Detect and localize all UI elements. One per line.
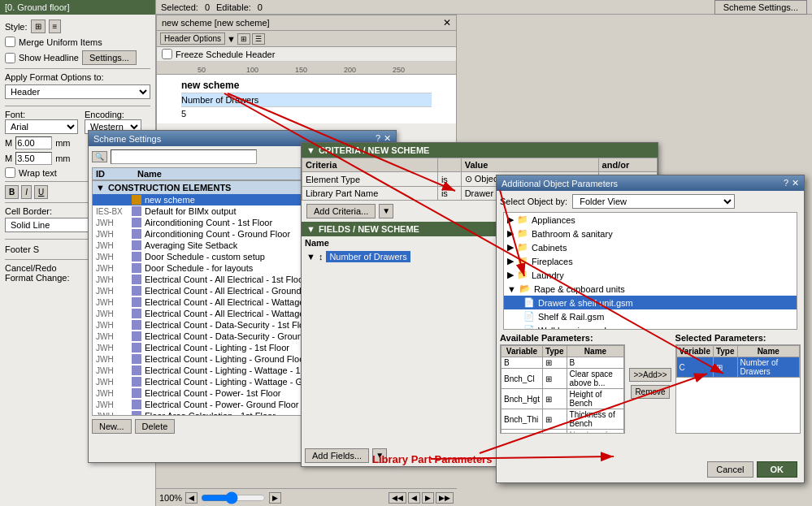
item-color-17 — [132, 388, 141, 398]
bold-btn[interactable]: B — [5, 185, 19, 199]
item-color-16 — [132, 377, 141, 387]
ruler-mark-250: 250 — [393, 66, 405, 74]
folder-fireplaces[interactable]: ▶ 📁 Fireplaces — [504, 254, 797, 268]
schedule-table-content: new scheme Number of Drawers 5 — [157, 75, 456, 123]
ok-params-btn[interactable]: OK — [757, 461, 798, 478]
freeze-checkbox[interactable] — [162, 49, 172, 59]
wrap-text-checkbox[interactable] — [5, 167, 15, 178]
avail-row-0[interactable]: B ⊞ B — [502, 357, 624, 369]
show-headline-checkbox[interactable] — [5, 53, 15, 63]
zoom-decrease-btn[interactable]: ◀ — [185, 492, 198, 504]
toolbar-icon-2[interactable]: ☰ — [252, 33, 265, 45]
ruler-mark-100: 100 — [246, 66, 258, 74]
nav-btn-3[interactable]: ▶ — [422, 492, 434, 504]
margin2-input[interactable] — [15, 152, 52, 165]
add-params-close-icon[interactable]: ✕ — [792, 178, 799, 188]
merge-uniform-checkbox[interactable] — [5, 37, 15, 47]
freeze-label: Freeze Schedule Header — [176, 50, 275, 59]
underline-btn[interactable]: U — [34, 185, 48, 199]
add-criteria-btn[interactable]: Add Criteria... — [306, 204, 376, 218]
folder-bathroom[interactable]: ▶ 📁 Bathroom & sanitary — [504, 227, 797, 240]
criteria-dropdown-arrow[interactable]: ▼ — [379, 204, 393, 218]
folder-icon-4: 📁 — [517, 270, 528, 280]
app-title-bar: [0. Ground floor] — [0, 0, 155, 15]
zoom-slider[interactable] — [201, 491, 266, 504]
item-id-4: JWH — [96, 241, 128, 250]
remove-param-btn[interactable]: Remove — [631, 385, 669, 399]
folder-cabinets[interactable]: ▶ 📁 Cabinets — [504, 240, 797, 254]
item-id-13: JWH — [96, 344, 128, 352]
item-id-9: JWH — [96, 298, 128, 307]
folder-view-select[interactable]: Folder View — [572, 194, 735, 209]
new-scheme-btn[interactable]: New... — [92, 419, 132, 434]
margin-input[interactable] — [15, 136, 52, 149]
folder-laundry[interactable]: ▶ 📁 Laundry — [504, 268, 797, 282]
nav-btn-2[interactable]: ◀ — [408, 492, 420, 504]
font-label: Font: — [5, 110, 25, 119]
folder-icon-6: 📄 — [523, 297, 535, 308]
add-params-help-icon[interactable]: ? — [784, 178, 788, 188]
schedule-bottom: 100% ◀ ▶ ◀◀ ◀ ▶ ▶▶ — [156, 488, 457, 506]
italic-btn[interactable]: I — [21, 185, 32, 199]
margin2-mm-label: mm — [55, 154, 70, 163]
item-color-10 — [132, 309, 141, 318]
settings-btn[interactable]: Settings... — [82, 50, 137, 65]
item-color-6 — [132, 263, 141, 273]
folder-expand-icon-1: ▶ — [507, 228, 514, 239]
folder-shelf-rail[interactable]: 📄 Shelf & Rail.gsm — [504, 309, 797, 323]
schedule-data-row: 5 — [181, 107, 432, 120]
available-params-title: Available Parameters: — [500, 333, 625, 343]
item-name-17: Electrical Count - Power- 1st Floor — [145, 388, 281, 398]
field-sort-icon: ↕ — [319, 252, 323, 262]
item-color-2 — [132, 218, 141, 227]
header-options-btn[interactable]: Header Options — [160, 32, 225, 45]
avail-name-4: Number of Drawers — [567, 430, 624, 435]
scheme-settings-top-btn[interactable]: Scheme Settings... — [714, 0, 807, 15]
field-name: Number of Drawers — [326, 251, 410, 262]
folder-expand-icon-2: ▶ — [507, 242, 514, 253]
scheme-search-input[interactable] — [111, 149, 257, 164]
zoom-increase-btn[interactable]: ▶ — [269, 492, 281, 504]
criteria-expand-icon[interactable]: ▼ — [306, 145, 315, 155]
toolbar-icon-1[interactable]: ⊞ — [237, 33, 250, 45]
avail-row-2[interactable]: Bnch_Hgt ⊞ Height of Bench — [502, 389, 624, 409]
col-name: Name — [137, 169, 162, 179]
sel-col-var: Variable — [676, 346, 713, 357]
criteria-col-value: Value — [461, 158, 598, 172]
delete-scheme-btn[interactable]: Delete — [135, 419, 176, 434]
criteria-col-andor: and/or — [598, 158, 657, 172]
selected-params-section: Selected Parameters: Variable Type Name — [675, 333, 801, 434]
cancel-params-btn[interactable]: Cancel — [707, 461, 753, 478]
folder-wall-rack[interactable]: 📄 Wall hanging rack.gsm — [504, 323, 797, 330]
font-select[interactable]: Arial — [5, 119, 78, 134]
sel-row-0[interactable]: C ⊞ Number of Drawers — [676, 357, 799, 378]
add-fields-btn[interactable]: Add Fields... — [305, 448, 369, 463]
app-title: [0. Ground floor] — [5, 2, 70, 12]
style-list-btn[interactable]: ≡ — [49, 19, 62, 33]
folder-rape-cupboard[interactable]: ▼ 📂 Rape & cupboard units — [504, 282, 797, 296]
avail-row-4[interactable]: C ⊞ Number of Drawers — [502, 430, 624, 435]
item-id-18: JWH — [96, 400, 128, 409]
folder-appliances[interactable]: ▶ 📁 Appliances — [504, 213, 797, 227]
schedule-close-icon[interactable]: ✕ — [443, 17, 451, 28]
sel-name-0: Number of Drawers — [737, 357, 799, 378]
nav-btn-1[interactable]: ◀◀ — [389, 492, 406, 504]
scheme-search-icon-btn[interactable]: 🔍 — [92, 151, 107, 162]
expand-construction-icon[interactable]: ▼ — [96, 183, 105, 192]
style-grid-btn[interactable]: ⊞ — [31, 19, 46, 33]
selected-params-title: Selected Parameters: — [675, 333, 801, 343]
nav-btn-4[interactable]: ▶▶ — [436, 492, 454, 504]
avail-row-1[interactable]: Bnch_Cl ⊞ Clear space above b... — [502, 369, 624, 389]
schedule-area: new scheme [new scheme] ✕ Header Options… — [156, 15, 457, 145]
item-color-19 — [132, 411, 141, 416]
item-color-5 — [132, 252, 141, 262]
additional-params-titlebar: Additional Object Parameters ? ✕ — [497, 175, 804, 191]
criteria-col-criteria: Criteria — [302, 158, 438, 172]
folder-label-1: Bathroom & sanitary — [532, 229, 613, 239]
folder-drawer-shelf[interactable]: 📄 Drawer & shelf unit.gsm — [504, 296, 797, 309]
fields-expand-icon[interactable]: ▼ — [306, 224, 315, 234]
apply-format-select[interactable]: Header — [5, 84, 150, 99]
avail-row-3[interactable]: Bnch_Thi ⊞ Thickness of Bench — [502, 409, 624, 430]
sel-col-type: Type — [713, 346, 737, 357]
add-param-btn[interactable]: >>Add>> — [629, 368, 671, 382]
